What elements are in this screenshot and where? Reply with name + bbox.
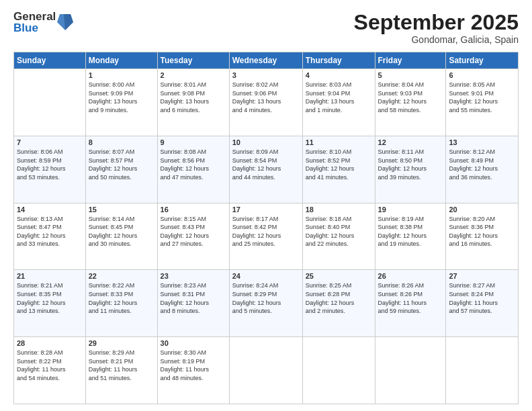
day-number: 12	[378, 138, 443, 146]
calendar-week-2: 7Sunrise: 8:06 AM Sunset: 8:59 PM Daylig…	[14, 136, 519, 203]
calendar-day-3: 3Sunrise: 8:02 AM Sunset: 9:06 PM Daylig…	[229, 69, 302, 136]
day-number: 27	[449, 272, 515, 280]
day-content: Sunrise: 8:12 AM Sunset: 8:49 PM Dayligh…	[449, 148, 515, 181]
day-content: Sunrise: 8:13 AM Sunset: 8:47 PM Dayligh…	[17, 215, 83, 248]
day-number: 24	[232, 272, 300, 280]
day-content: Sunrise: 8:06 AM Sunset: 8:59 PM Dayligh…	[17, 148, 83, 181]
calendar-day-8: 8Sunrise: 8:07 AM Sunset: 8:57 PM Daylig…	[85, 136, 157, 203]
logo-general: General	[13, 11, 56, 22]
title-block: September 2025 Gondomar, Galicia, Spain	[354, 11, 519, 45]
day-number: 14	[17, 205, 83, 214]
day-number: 17	[232, 205, 300, 214]
day-content: Sunrise: 8:25 AM Sunset: 8:28 PM Dayligh…	[306, 281, 372, 315]
day-number: 22	[89, 272, 154, 280]
day-content: Sunrise: 8:21 AM Sunset: 8:35 PM Dayligh…	[17, 281, 83, 315]
day-number: 30	[161, 339, 226, 347]
day-content: Sunrise: 8:18 AM Sunset: 8:40 PM Dayligh…	[306, 215, 372, 248]
calendar-day-28: 28Sunrise: 8:28 AM Sunset: 8:22 PM Dayli…	[14, 337, 86, 404]
day-number: 28	[17, 339, 83, 347]
day-number: 23	[161, 272, 226, 280]
day-content: Sunrise: 8:29 AM Sunset: 8:21 PM Dayligh…	[89, 349, 154, 382]
calendar-week-4: 21Sunrise: 8:21 AM Sunset: 8:35 PM Dayli…	[14, 270, 519, 337]
day-content: Sunrise: 8:02 AM Sunset: 9:06 PM Dayligh…	[232, 81, 300, 114]
calendar-day-7: 7Sunrise: 8:06 AM Sunset: 8:59 PM Daylig…	[14, 136, 86, 203]
empty-cell	[302, 337, 375, 404]
calendar-day-27: 27Sunrise: 8:27 AM Sunset: 8:24 PM Dayli…	[446, 270, 519, 337]
calendar-day-20: 20Sunrise: 8:20 AM Sunset: 8:36 PM Dayli…	[446, 203, 519, 270]
day-number: 10	[232, 138, 300, 146]
day-number: 11	[306, 138, 372, 146]
calendar-day-2: 2Sunrise: 8:01 AM Sunset: 9:08 PM Daylig…	[157, 69, 229, 136]
day-number: 6	[449, 71, 515, 79]
empty-cell	[375, 337, 446, 404]
day-content: Sunrise: 8:15 AM Sunset: 8:43 PM Dayligh…	[161, 215, 226, 248]
calendar-day-13: 13Sunrise: 8:12 AM Sunset: 8:49 PM Dayli…	[446, 136, 519, 203]
empty-cell	[14, 69, 86, 136]
day-number: 19	[378, 205, 443, 214]
day-number: 8	[89, 138, 154, 146]
calendar-day-17: 17Sunrise: 8:17 AM Sunset: 8:42 PM Dayli…	[229, 203, 302, 270]
day-number: 1	[89, 71, 154, 79]
header: General Blue September 2025 Gondomar, Ga…	[13, 11, 519, 45]
calendar-day-12: 12Sunrise: 8:11 AM Sunset: 8:50 PM Dayli…	[375, 136, 446, 203]
day-number: 26	[378, 272, 443, 280]
svg-marker-1	[64, 14, 73, 30]
day-header-monday: Monday	[85, 52, 157, 69]
calendar-day-6: 6Sunrise: 8:05 AM Sunset: 9:01 PM Daylig…	[446, 69, 519, 136]
day-number: 7	[17, 138, 83, 146]
day-content: Sunrise: 8:00 AM Sunset: 9:09 PM Dayligh…	[89, 81, 154, 114]
page: General Blue September 2025 Gondomar, Ga…	[0, 0, 532, 411]
day-header-friday: Friday	[375, 52, 446, 69]
day-number: 25	[306, 272, 372, 280]
day-number: 4	[306, 71, 372, 79]
day-content: Sunrise: 8:01 AM Sunset: 9:08 PM Dayligh…	[161, 81, 226, 114]
location: Gondomar, Galicia, Spain	[354, 34, 519, 45]
day-number: 29	[89, 339, 154, 347]
day-content: Sunrise: 8:19 AM Sunset: 8:38 PM Dayligh…	[378, 215, 443, 248]
day-content: Sunrise: 8:23 AM Sunset: 8:31 PM Dayligh…	[161, 281, 226, 315]
day-content: Sunrise: 8:20 AM Sunset: 8:36 PM Dayligh…	[449, 215, 515, 248]
logo-blue: Blue	[13, 22, 56, 34]
logo-text: General Blue	[13, 11, 56, 34]
empty-cell	[446, 337, 519, 404]
day-content: Sunrise: 8:27 AM Sunset: 8:24 PM Dayligh…	[449, 281, 515, 315]
day-content: Sunrise: 8:14 AM Sunset: 8:45 PM Dayligh…	[89, 215, 154, 248]
calendar-day-4: 4Sunrise: 8:03 AM Sunset: 9:04 PM Daylig…	[302, 69, 375, 136]
calendar-day-18: 18Sunrise: 8:18 AM Sunset: 8:40 PM Dayli…	[302, 203, 375, 270]
calendar-day-10: 10Sunrise: 8:09 AM Sunset: 8:54 PM Dayli…	[229, 136, 302, 203]
calendar-day-30: 30Sunrise: 8:30 AM Sunset: 8:19 PM Dayli…	[157, 337, 229, 404]
calendar-day-25: 25Sunrise: 8:25 AM Sunset: 8:28 PM Dayli…	[302, 270, 375, 337]
day-header-thursday: Thursday	[302, 52, 375, 69]
day-number: 13	[449, 138, 515, 146]
calendar-day-5: 5Sunrise: 8:04 AM Sunset: 9:03 PM Daylig…	[375, 69, 446, 136]
calendar-day-9: 9Sunrise: 8:08 AM Sunset: 8:56 PM Daylig…	[157, 136, 229, 203]
calendar-day-29: 29Sunrise: 8:29 AM Sunset: 8:21 PM Dayli…	[85, 337, 157, 404]
day-content: Sunrise: 8:04 AM Sunset: 9:03 PM Dayligh…	[378, 81, 443, 114]
day-content: Sunrise: 8:05 AM Sunset: 9:01 PM Dayligh…	[449, 81, 515, 114]
calendar-day-15: 15Sunrise: 8:14 AM Sunset: 8:45 PM Dayli…	[85, 203, 157, 270]
day-header-wednesday: Wednesday	[229, 52, 302, 69]
day-number: 15	[89, 205, 154, 214]
day-number: 16	[161, 205, 226, 214]
calendar-day-19: 19Sunrise: 8:19 AM Sunset: 8:38 PM Dayli…	[375, 203, 446, 270]
calendar-week-1: 1Sunrise: 8:00 AM Sunset: 9:09 PM Daylig…	[14, 69, 519, 136]
calendar-header-row: SundayMondayTuesdayWednesdayThursdayFrid…	[14, 52, 519, 69]
calendar-day-16: 16Sunrise: 8:15 AM Sunset: 8:43 PM Dayli…	[157, 203, 229, 270]
logo-icon	[57, 13, 73, 32]
calendar-day-1: 1Sunrise: 8:00 AM Sunset: 9:09 PM Daylig…	[85, 69, 157, 136]
day-content: Sunrise: 8:11 AM Sunset: 8:50 PM Dayligh…	[378, 148, 443, 181]
calendar-day-22: 22Sunrise: 8:22 AM Sunset: 8:33 PM Dayli…	[85, 270, 157, 337]
empty-cell	[229, 337, 302, 404]
day-number: 2	[161, 71, 226, 79]
calendar-day-26: 26Sunrise: 8:26 AM Sunset: 8:26 PM Dayli…	[375, 270, 446, 337]
day-number: 9	[161, 138, 226, 146]
month-title: September 2025	[354, 11, 519, 34]
day-content: Sunrise: 8:07 AM Sunset: 8:57 PM Dayligh…	[89, 148, 154, 181]
calendar-week-5: 28Sunrise: 8:28 AM Sunset: 8:22 PM Dayli…	[14, 337, 519, 404]
calendar-day-23: 23Sunrise: 8:23 AM Sunset: 8:31 PM Dayli…	[157, 270, 229, 337]
day-content: Sunrise: 8:30 AM Sunset: 8:19 PM Dayligh…	[161, 349, 226, 382]
day-content: Sunrise: 8:08 AM Sunset: 8:56 PM Dayligh…	[161, 148, 226, 181]
day-content: Sunrise: 8:17 AM Sunset: 8:42 PM Dayligh…	[232, 215, 300, 248]
day-content: Sunrise: 8:03 AM Sunset: 9:04 PM Dayligh…	[306, 81, 372, 114]
calendar-day-21: 21Sunrise: 8:21 AM Sunset: 8:35 PM Dayli…	[14, 270, 86, 337]
